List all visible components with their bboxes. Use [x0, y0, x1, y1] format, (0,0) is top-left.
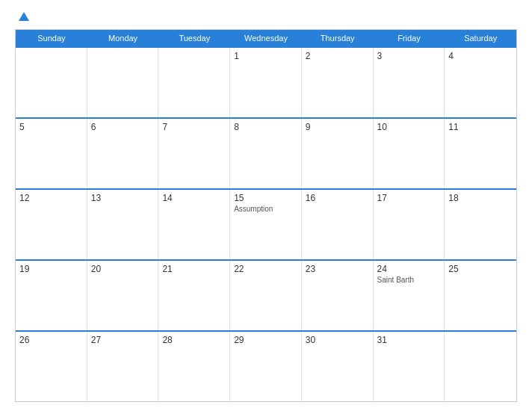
calendar-cell: 8 [230, 119, 302, 188]
day-number: 10 [377, 122, 441, 132]
calendar-week-4: 192021222324Saint Barth25 [16, 259, 516, 330]
calendar-event: Assumption [234, 205, 297, 213]
calendar-cell [16, 48, 87, 117]
calendar-cell: 5 [16, 119, 87, 188]
calendar-cell: 3 [374, 48, 445, 117]
day-number: 12 [19, 193, 83, 203]
calendar-week-2: 567891011 [16, 117, 516, 188]
day-number: 24 [377, 264, 441, 274]
calendar-cell: 6 [87, 119, 159, 188]
day-of-week-thursday: Thursday [302, 30, 374, 46]
day-number: 9 [306, 122, 369, 132]
calendar-cell: 10 [374, 119, 445, 188]
calendar-body: 123456789101112131415Assumption161718192… [16, 46, 516, 401]
calendar-cell [158, 48, 230, 117]
day-number: 25 [448, 264, 513, 274]
day-number: 19 [19, 264, 83, 274]
day-of-week-saturday: Saturday [445, 30, 516, 46]
day-of-week-sunday: Sunday [16, 30, 87, 46]
calendar-cell: 22 [230, 261, 302, 330]
calendar-week-1: 1234 [16, 46, 516, 117]
day-number: 21 [162, 264, 226, 274]
calendar-cell: 1 [230, 48, 302, 117]
calendar-cell: 24Saint Barth [374, 261, 445, 330]
day-number: 26 [19, 335, 83, 345]
day-number: 29 [234, 335, 297, 345]
day-number: 5 [19, 122, 83, 132]
header [15, 12, 517, 22]
day-number: 8 [234, 122, 297, 132]
calendar-event: Saint Barth [377, 276, 441, 284]
calendar-cell: 19 [16, 261, 87, 330]
calendar-cell: 29 [230, 332, 302, 401]
calendar-cell: 27 [87, 332, 159, 401]
logo-triangle-icon [19, 12, 29, 21]
day-number: 15 [234, 193, 297, 203]
logo [15, 12, 29, 22]
calendar-cell [445, 332, 516, 401]
day-number: 2 [306, 51, 369, 61]
calendar-week-3: 12131415Assumption161718 [16, 188, 516, 259]
calendar-cell: 25 [445, 261, 516, 330]
calendar-cell: 17 [374, 190, 445, 259]
calendar-cell: 23 [302, 261, 374, 330]
day-number: 30 [306, 335, 369, 345]
day-of-week-friday: Friday [374, 30, 445, 46]
day-number: 28 [162, 335, 226, 345]
calendar-cell: 30 [302, 332, 374, 401]
day-number: 31 [377, 335, 441, 345]
calendar-cell: 11 [445, 119, 516, 188]
logo-blue-row [15, 12, 29, 22]
calendar-cell: 16 [302, 190, 374, 259]
calendar-cell: 21 [158, 261, 230, 330]
day-number: 16 [306, 193, 369, 203]
day-number: 23 [306, 264, 369, 274]
calendar-week-5: 262728293031 [16, 330, 516, 401]
calendar: SundayMondayTuesdayWednesdayThursdayFrid… [15, 29, 517, 402]
calendar-cell: 26 [16, 332, 87, 401]
day-number: 11 [448, 122, 513, 132]
day-number: 3 [377, 51, 441, 61]
calendar-cell: 20 [87, 261, 159, 330]
calendar-cell: 7 [158, 119, 230, 188]
page: SundayMondayTuesdayWednesdayThursdayFrid… [0, 0, 532, 411]
calendar-cell: 14 [158, 190, 230, 259]
day-number: 27 [91, 335, 155, 345]
day-number: 22 [234, 264, 297, 274]
day-number: 13 [91, 193, 155, 203]
day-number: 7 [162, 122, 226, 132]
calendar-cell: 15Assumption [230, 190, 302, 259]
calendar-cell [87, 48, 159, 117]
day-of-week-monday: Monday [87, 30, 159, 46]
day-number: 18 [448, 193, 513, 203]
calendar-cell: 13 [87, 190, 159, 259]
calendar-cell: 4 [445, 48, 516, 117]
calendar-cell: 28 [158, 332, 230, 401]
day-number: 14 [162, 193, 226, 203]
day-number: 17 [377, 193, 441, 203]
day-of-week-wednesday: Wednesday [230, 30, 302, 46]
day-number: 1 [234, 51, 297, 61]
day-number: 20 [91, 264, 155, 274]
calendar-cell: 9 [302, 119, 374, 188]
calendar-cell: 31 [374, 332, 445, 401]
calendar-cell: 12 [16, 190, 87, 259]
day-number: 6 [91, 122, 155, 132]
day-number: 4 [448, 51, 513, 61]
calendar-cell: 18 [445, 190, 516, 259]
calendar-header: SundayMondayTuesdayWednesdayThursdayFrid… [16, 30, 516, 46]
calendar-cell: 2 [302, 48, 374, 117]
day-of-week-tuesday: Tuesday [158, 30, 230, 46]
